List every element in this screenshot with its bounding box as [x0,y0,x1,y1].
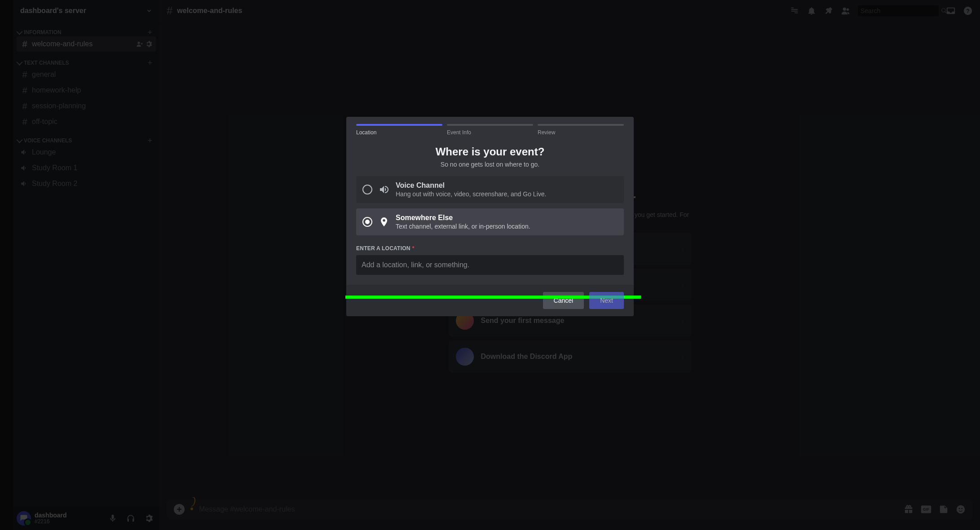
location-field-label: Enter a Location* [356,245,624,252]
modal-title: Where is your event? [356,146,624,158]
speaker-icon [379,184,389,195]
option-voice-channel[interactable]: Voice Channel Hang out with voice, video… [356,176,624,203]
create-event-modal: Location Event Info Review Where is your… [346,117,634,316]
next-button[interactable]: Next [589,292,624,309]
option-title: Somewhere Else [396,214,530,222]
modal-footer: Cancel Next [346,285,634,316]
step-indicator: Location Event Info Review [356,124,624,136]
location-input[interactable] [356,255,624,275]
radio-icon [362,185,372,194]
option-title: Voice Channel [396,181,546,190]
location-pin-icon [379,216,389,227]
option-desc: Hang out with voice, video, screenshare,… [396,190,546,198]
modal-subtitle: So no one gets lost on where to go. [356,161,624,168]
step-review: Review [538,124,624,136]
radio-icon [362,217,372,227]
step-location: Location [356,124,442,136]
modal-overlay[interactable]: Location Event Info Review Where is your… [0,0,980,530]
option-desc: Text channel, external link, or in-perso… [396,223,530,230]
cancel-button[interactable]: Cancel [543,292,584,309]
option-somewhere-else[interactable]: Somewhere Else Text channel, external li… [356,208,624,235]
step-event-info: Event Info [447,124,533,136]
